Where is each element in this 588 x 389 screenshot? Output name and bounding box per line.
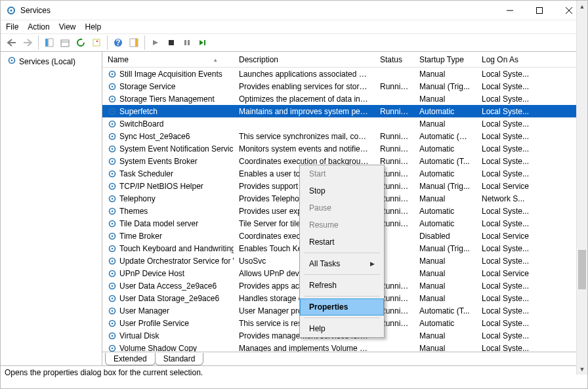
service-name: Virtual Disk: [119, 331, 159, 340]
service-icon: [108, 119, 117, 129]
svg-point-22: [112, 73, 114, 75]
svg-rect-16: [184, 40, 186, 45]
pause-service-button[interactable]: [180, 35, 194, 50]
vertical-scrollbar[interactable]: ▲ ▼: [576, 1, 587, 375]
table-row[interactable]: Storage Tiers ManagementOptimizes the pl…: [102, 92, 587, 105]
service-startup-type: Automatic (T...: [414, 306, 476, 316]
properties-button[interactable]: [58, 35, 72, 50]
service-name: TCP/IP NetBIOS Helper: [119, 182, 203, 191]
restart-service-button[interactable]: [196, 35, 210, 50]
sidebar-item-services-local[interactable]: Services (Local): [5, 54, 98, 68]
context-restart[interactable]: Restart: [300, 234, 384, 251]
context-start[interactable]: Start: [300, 165, 384, 182]
service-log-on-as: Local Syste...: [476, 256, 587, 266]
service-name: Update Orchestrator Service for Wi...: [119, 256, 234, 266]
scroll-down-button[interactable]: ▼: [577, 363, 587, 375]
column-status[interactable]: Status: [375, 52, 414, 67]
service-icon: [108, 319, 117, 328]
column-startup-type[interactable]: Startup Type: [414, 52, 476, 67]
context-resume[interactable]: Resume: [300, 216, 384, 234]
action-pane-button[interactable]: [127, 35, 141, 50]
service-log-on-as: Local Syste...: [476, 107, 587, 116]
forward-button[interactable]: [20, 35, 35, 50]
context-separator: [304, 253, 380, 253]
refresh-button[interactable]: [74, 35, 88, 50]
context-properties[interactable]: Properties: [300, 298, 384, 316]
service-icon: [108, 207, 117, 216]
service-icon: [108, 82, 117, 91]
service-description: Launches applications associated wit...: [234, 70, 375, 79]
service-startup-type: Automatic: [414, 207, 476, 216]
service-icon: [108, 294, 117, 303]
service-startup-type: Manual: [414, 70, 476, 79]
service-name: SwitchBoard: [119, 119, 163, 129]
service-status: Running: [375, 107, 414, 116]
column-log-on-as[interactable]: Log On As: [476, 52, 587, 67]
show-hide-tree-button[interactable]: [42, 35, 56, 50]
service-name: System Events Broker: [119, 157, 198, 166]
menu-view[interactable]: View: [59, 22, 76, 31]
context-help[interactable]: Help: [300, 320, 384, 337]
svg-point-38: [112, 173, 114, 174]
table-row[interactable]: Still Image Acquisition EventsLaunches a…: [102, 68, 587, 80]
context-pause[interactable]: Pause: [300, 199, 384, 216]
svg-point-62: [112, 322, 114, 324]
window-title: Services: [20, 6, 495, 15]
column-name[interactable]: Name▴: [102, 52, 234, 67]
stop-service-button[interactable]: [164, 35, 178, 50]
service-startup-type: Automatic: [414, 144, 476, 154]
service-startup-type: Manual: [414, 281, 476, 291]
back-button[interactable]: [5, 35, 19, 50]
service-log-on-as: Local Syste...: [476, 344, 587, 352]
menu-help[interactable]: Help: [85, 22, 102, 31]
svg-text:?: ?: [116, 38, 120, 47]
service-icon: [108, 169, 117, 178]
export-button[interactable]: [89, 35, 104, 50]
service-name: Tile Data model server: [119, 219, 198, 228]
service-icon: [108, 331, 117, 340]
service-name: Themes: [119, 207, 148, 216]
table-row[interactable]: Volume Shadow CopyManages and implements…: [102, 342, 587, 352]
svg-point-44: [112, 210, 114, 212]
service-log-on-as: Local Syste...: [476, 294, 587, 303]
service-icon: [108, 281, 117, 291]
minimize-button[interactable]: [495, 1, 524, 20]
scroll-up-button[interactable]: ▲: [577, 1, 587, 12]
tab-extended[interactable]: Extended: [105, 353, 156, 365]
scroll-thumb[interactable]: [578, 250, 586, 289]
service-name: Time Broker: [119, 232, 162, 241]
help-button[interactable]: ?: [111, 35, 125, 50]
table-row[interactable]: Storage ServiceProvides enabling service…: [102, 80, 587, 92]
svg-point-36: [112, 160, 114, 162]
svg-point-20: [11, 60, 13, 62]
context-separator: [304, 274, 380, 275]
menu-file[interactable]: File: [6, 22, 18, 31]
table-row[interactable]: System Event Notification ServiceMonitor…: [102, 142, 587, 155]
menu-action[interactable]: Action: [28, 22, 49, 31]
svg-rect-18: [204, 40, 205, 45]
context-stop[interactable]: Stop: [300, 182, 384, 199]
svg-point-32: [112, 135, 114, 137]
service-name: Telephony: [119, 194, 156, 203]
svg-rect-7: [49, 39, 53, 47]
start-service-button[interactable]: [148, 35, 163, 50]
context-all-tasks[interactable]: All Tasks▶: [300, 255, 384, 272]
table-row[interactable]: SwitchBoardManualLocal Syste...: [102, 117, 587, 130]
table-row[interactable]: SuperfetchMaintains and improves system …: [102, 105, 587, 117]
maximize-button[interactable]: [524, 1, 554, 20]
service-icon: [108, 182, 117, 191]
service-startup-type: Manual: [414, 344, 476, 352]
service-status: Running: [375, 144, 414, 154]
context-refresh[interactable]: Refresh: [300, 277, 384, 294]
svg-point-52: [112, 260, 114, 262]
tab-standard[interactable]: Standard: [155, 353, 204, 365]
service-description: Manages and implements Volume S...: [234, 344, 375, 352]
service-name: Volume Shadow Copy: [119, 344, 197, 352]
menu-bar: File Action View Help: [1, 20, 587, 33]
table-row[interactable]: Sync Host_2e9ace6This service synchroniz…: [102, 130, 587, 142]
service-log-on-as: Local Syste...: [476, 144, 587, 154]
service-startup-type: Automatic (D...: [414, 132, 476, 141]
column-description[interactable]: Description: [234, 52, 375, 67]
service-status: Running: [375, 132, 414, 141]
service-startup-type: Disabled: [414, 232, 476, 241]
